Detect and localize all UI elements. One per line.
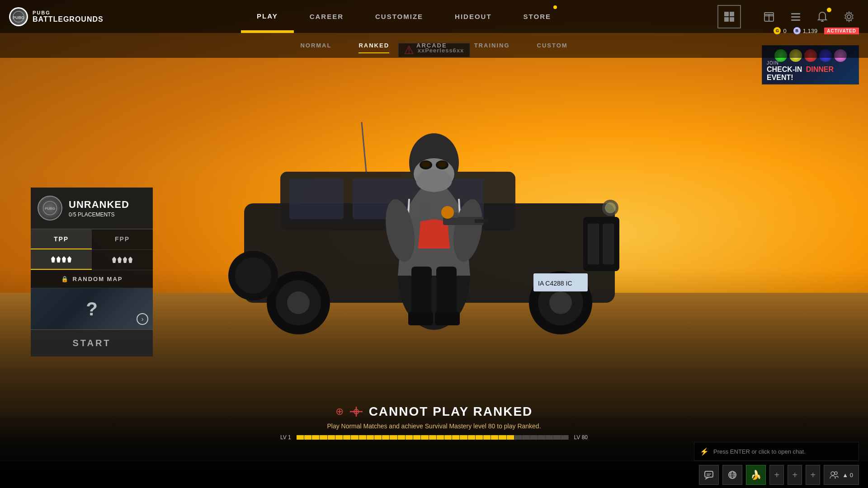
- check-in-text: CHECK-IN: [767, 66, 802, 73]
- svg-rect-39: [475, 219, 488, 223]
- fpp-button[interactable]: FPP: [92, 230, 153, 249]
- svg-rect-54: [791, 16, 800, 18]
- svg-rect-29: [435, 312, 460, 325]
- progress-segment: [522, 435, 529, 440]
- map-label[interactable]: 🔒 RANDOM MAP: [31, 270, 153, 288]
- community-button[interactable]: [722, 465, 742, 485]
- svg-point-72: [831, 472, 835, 475]
- progress-segment: [514, 435, 522, 440]
- sub-tab-normal[interactable]: NORMAL: [300, 40, 331, 51]
- logo-icon: PUBG: [9, 7, 28, 26]
- svg-rect-46: [724, 12, 729, 16]
- gold-coin-icon: G: [774, 27, 781, 34]
- rank-name-label: UNRANKED: [69, 199, 146, 211]
- progress-segment: [499, 435, 506, 440]
- progress-segment: [406, 435, 413, 440]
- squad-button[interactable]: [31, 250, 92, 270]
- store-notification-dot: [553, 5, 557, 9]
- map-label-text: RANDOM MAP: [73, 276, 123, 282]
- nav-tab-customize[interactable]: CUSTOMIZE: [359, 0, 439, 33]
- gold-currency: G 0: [774, 27, 786, 34]
- progress-segment: [476, 435, 483, 440]
- dinner-text: DINNER: [806, 66, 834, 73]
- svg-rect-47: [730, 12, 734, 16]
- crates-button[interactable]: [759, 7, 779, 27]
- missions-button[interactable]: [786, 7, 806, 27]
- chat-lightning-icon: ⚡: [700, 447, 709, 456]
- sub-tab-ranked[interactable]: RANKED: [359, 40, 389, 51]
- friends-button[interactable]: ▲ 0: [824, 465, 859, 485]
- missions-icon: [790, 11, 802, 23]
- add-button-1[interactable]: +: [769, 465, 784, 485]
- add-button-2[interactable]: +: [788, 465, 802, 485]
- inventory-button[interactable]: [717, 5, 741, 28]
- rank-icon: PUBG: [38, 196, 62, 221]
- svg-point-10: [549, 291, 572, 314]
- start-button[interactable]: START: [31, 329, 153, 357]
- sub-tab-training[interactable]: TRAINING: [474, 40, 510, 51]
- nav-tab-career[interactable]: CAREER: [294, 0, 359, 33]
- player-character: [353, 59, 515, 330]
- map-preview-overlay: ?: [31, 288, 153, 329]
- nav-tab-store[interactable]: STORE: [508, 0, 567, 33]
- event-join-text: JOIN: [767, 61, 859, 66]
- person-icon-7: [123, 257, 127, 263]
- progress-segment: [444, 435, 452, 440]
- chat-bar[interactable]: ⚡ Press ENTER or click to open chat.: [694, 442, 859, 461]
- banana-icon: 🍌: [750, 469, 762, 480]
- sub-tab-custom[interactable]: CUSTOM: [537, 40, 568, 51]
- cannot-play-title-text: CANNOT PLAY RANKED: [369, 404, 533, 419]
- map-arrow-icon[interactable]: ›: [137, 313, 148, 325]
- svg-point-7: [287, 291, 310, 314]
- pubg-logo-svg: PUBG: [12, 10, 25, 23]
- svg-point-19: [235, 258, 271, 294]
- chat-bubble-icon: [704, 470, 714, 480]
- logo-circle: PUBG: [10, 9, 27, 25]
- progress-segment: [304, 435, 311, 440]
- svg-rect-55: [791, 19, 800, 21]
- progress-segment: [507, 435, 514, 440]
- activated-badge: ACTIVATED: [824, 28, 859, 34]
- friends-count: ▲ 0: [842, 472, 853, 479]
- person-icon-4: [67, 256, 71, 263]
- progress-segment: [312, 435, 319, 440]
- crosshair-icon: [350, 407, 363, 417]
- sub-navigation: NORMAL RANKED ARCADE TRAINING CUSTOM: [0, 33, 868, 58]
- banana-button[interactable]: 🍌: [746, 465, 766, 485]
- progress-segment: [351, 435, 358, 440]
- map-question-mark: ?: [86, 298, 98, 320]
- person-icon-6: [118, 257, 122, 263]
- svg-rect-13: [603, 224, 614, 264]
- notifications-button[interactable]: [812, 7, 832, 27]
- inventory-icon: [723, 10, 736, 23]
- tpp-button[interactable]: TPP: [31, 230, 92, 249]
- duo-button[interactable]: [92, 250, 153, 270]
- currency-row: G 0 B 1,139 ACTIVATED: [774, 27, 859, 34]
- nav-tab-hideout[interactable]: HIDEOUT: [439, 0, 508, 33]
- notification-badge: [827, 8, 831, 12]
- progress-segment: [390, 435, 397, 440]
- progress-segment: [343, 435, 350, 440]
- pubg-emblem-icon: PUBG: [42, 200, 58, 216]
- sub-tab-arcade[interactable]: ARCADE: [416, 40, 447, 51]
- person-icon-1: [51, 256, 55, 263]
- progress-section: LV 1 LV 80: [280, 434, 588, 441]
- svg-point-36: [438, 161, 447, 168]
- add-button-3[interactable]: +: [806, 465, 820, 485]
- progress-segment: [335, 435, 343, 440]
- cannot-play-icon: ⊕: [335, 406, 344, 418]
- person-icon-3: [62, 256, 66, 263]
- progress-segment: [483, 435, 491, 440]
- cannot-play-description: Play Normal Matches and achieve Survival…: [280, 422, 588, 430]
- progress-segment: [320, 435, 327, 440]
- event-text-block: JOIN CHECK-IN DINNER EVENT!: [767, 61, 859, 82]
- bp-icon: B: [793, 27, 801, 34]
- settings-button[interactable]: [839, 7, 859, 27]
- rank-placements: 0/5 PLACEMENTS: [69, 211, 146, 218]
- person-icon-8: [128, 257, 132, 263]
- svg-rect-53: [791, 13, 800, 14]
- chat-button[interactable]: [699, 465, 719, 485]
- globe-icon: [727, 470, 737, 480]
- map-preview[interactable]: ? ›: [31, 288, 153, 329]
- nav-tab-play[interactable]: PLAY: [241, 0, 294, 33]
